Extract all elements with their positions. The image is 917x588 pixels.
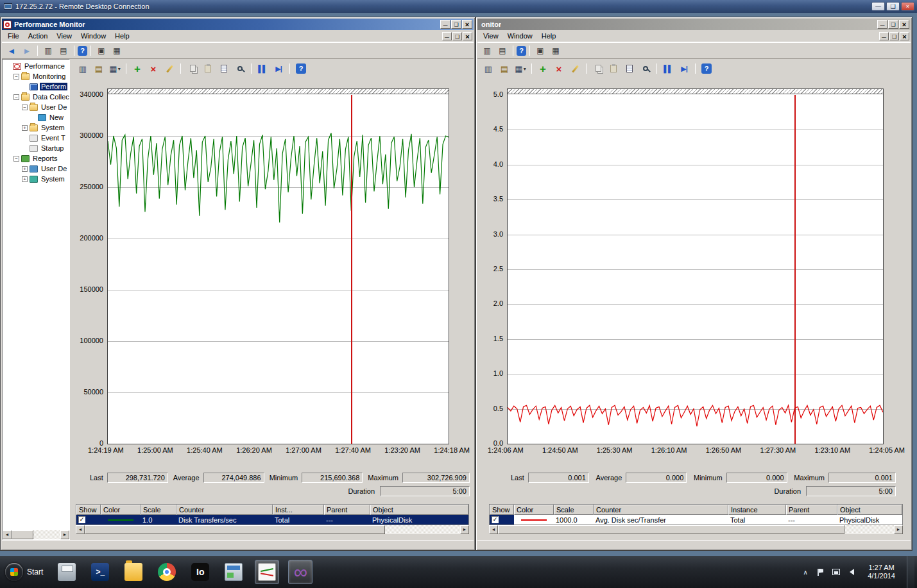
start-button[interactable]: Start [0, 556, 51, 588]
scrollbar-thumb[interactable] [85, 525, 385, 534]
view-log-data-icon[interactable]: ▤ [497, 62, 511, 76]
columns-icon[interactable]: ▦ [110, 44, 124, 57]
left-mdi-close-button[interactable] [463, 32, 472, 40]
column-header-color[interactable]: Color [101, 505, 141, 515]
left-maximize-button[interactable] [451, 20, 461, 29]
view-current-activity-icon[interactable]: ▥ [481, 62, 495, 76]
right-counter-row[interactable]: ✓ 1000.0 Avg. Disk sec/Transfer Total --… [490, 515, 902, 525]
tree-item-startup[interactable]: Startup [4, 143, 69, 153]
view-log-data-icon[interactable]: ▤ [92, 62, 106, 76]
left-window-titlebar[interactable]: Performance Monitor [2, 19, 474, 30]
add-counter-icon[interactable]: + [536, 62, 550, 76]
tree-item-system[interactable]: +System [4, 174, 69, 184]
column-header-parent[interactable]: Parent [786, 505, 837, 515]
column-header-scale[interactable]: Scale [554, 505, 594, 515]
update-data-icon[interactable]: ▶| [677, 62, 691, 76]
show-desktop-button[interactable] [907, 556, 914, 588]
view-current-activity-icon[interactable]: ▥ [76, 62, 90, 76]
scrollbar-track[interactable] [498, 525, 894, 534]
taskbar-button-chrome[interactable] [155, 560, 179, 584]
tree-item-system[interactable]: +System [4, 122, 69, 133]
scroll-right-arrow[interactable]: ► [60, 530, 69, 539]
expand-expander-icon[interactable]: + [22, 125, 28, 131]
show-hide-console-tree-icon[interactable]: ▥ [41, 44, 55, 57]
taskbar-button-powershell[interactable]: >_ [88, 560, 112, 584]
scrollbar-track[interactable] [85, 525, 460, 534]
tree-item-data-collec[interactable]: −Data Collec [4, 92, 69, 102]
collapse-expander-icon[interactable]: − [22, 105, 28, 110]
right-minimize-button[interactable] [877, 20, 887, 29]
left-close-button[interactable] [462, 20, 472, 29]
copy-properties-icon[interactable] [590, 62, 604, 76]
update-data-icon[interactable]: ▶| [271, 62, 286, 76]
column-header-counter[interactable]: Counter [594, 505, 728, 515]
right-close-button[interactable] [899, 20, 909, 29]
tree-item-reports[interactable]: −Reports [4, 153, 69, 164]
expand-expander-icon[interactable]: + [22, 176, 28, 182]
scroll-left-arrow[interactable]: ◄ [3, 530, 12, 539]
paste-counter-list-icon[interactable] [201, 62, 215, 76]
show-checkbox[interactable]: ✓ [492, 516, 499, 523]
properties-icon[interactable] [622, 62, 637, 76]
left-minimize-button[interactable] [440, 20, 450, 29]
tree-item-perform[interactable]: Perform [4, 81, 69, 92]
scroll-right-arrow[interactable]: ► [460, 525, 469, 534]
copy-properties-icon[interactable] [185, 62, 199, 76]
right-table-scrollbar[interactable]: ◄ ► [489, 525, 903, 534]
zoom-icon[interactable] [233, 62, 247, 76]
show-checkbox[interactable]: ✓ [78, 516, 85, 523]
scroll-right-arrow[interactable]: ► [894, 525, 903, 534]
right-maximize-button[interactable] [888, 20, 898, 29]
add-counter-icon[interactable]: + [130, 62, 144, 76]
column-header-parent[interactable]: Parent [324, 505, 370, 515]
menu-help[interactable]: Help [110, 31, 134, 41]
export-list-icon[interactable]: ▤ [56, 44, 71, 57]
rdp-close-button[interactable]: × [901, 2, 914, 11]
collapse-expander-icon[interactable]: − [13, 94, 19, 100]
menu-help[interactable]: Help [537, 31, 561, 41]
tray-expand-chevron-icon[interactable]: ∧ [801, 567, 810, 576]
right-mdi-close-button[interactable] [900, 32, 909, 40]
forward-icon[interactable]: ► [20, 44, 34, 57]
change-graph-type-icon[interactable]: ▦▾ [108, 62, 122, 76]
show-window-icon[interactable]: ▣ [94, 44, 108, 57]
freeze-display-icon[interactable]: ▌▌ [255, 62, 270, 76]
right-plot-area[interactable] [508, 95, 883, 444]
show-window-icon[interactable]: ▣ [533, 44, 547, 57]
taskbar-clock[interactable]: 1:27 AM 4/1/2014 [862, 564, 900, 580]
help-icon[interactable]: ? [699, 62, 714, 76]
taskbar-button-printer[interactable] [55, 560, 79, 584]
taskbar-button-app-window[interactable] [221, 560, 246, 584]
left-mdi-restore-button[interactable] [452, 32, 462, 40]
tree-item-event-t[interactable]: Event T [4, 133, 69, 143]
right-mdi-restore-button[interactable] [889, 32, 899, 40]
highlight-icon[interactable] [162, 62, 176, 76]
column-header-color[interactable]: Color [514, 505, 554, 515]
action-center-flag-icon[interactable] [816, 567, 825, 576]
tree-item-performance[interactable]: Performance [4, 61, 69, 71]
scroll-left-arrow[interactable]: ◄ [76, 525, 85, 534]
columns-icon[interactable]: ▦ [549, 44, 563, 57]
freeze-display-icon[interactable]: ▌▌ [661, 62, 675, 76]
menu-action[interactable]: Action [24, 31, 53, 41]
expand-expander-icon[interactable]: + [22, 166, 28, 172]
rdp-restore-button[interactable]: ❑ [886, 2, 900, 11]
help-icon[interactable]: ? [517, 46, 526, 56]
export-list-icon[interactable]: ▤ [495, 44, 510, 57]
menu-window[interactable]: Window [503, 31, 537, 41]
right-window-titlebar[interactable]: onitor [477, 19, 911, 30]
collapse-expander-icon[interactable]: − [13, 156, 19, 162]
menu-view[interactable]: View [479, 31, 503, 41]
tree-item-user-de[interactable]: +User De [4, 164, 69, 174]
volume-icon[interactable] [847, 567, 856, 576]
tree-item-new[interactable]: New [4, 112, 69, 122]
left-table-scrollbar[interactable]: ◄ ► [76, 525, 469, 534]
tree-item-monitoring[interactable]: −Monitoring [4, 71, 69, 81]
help-icon[interactable]: ? [78, 46, 87, 56]
properties-icon[interactable] [217, 62, 231, 76]
show-hide-console-tree-icon[interactable]: ▥ [480, 44, 494, 57]
left-plot-area[interactable] [108, 95, 449, 444]
menu-file[interactable]: File [3, 31, 24, 41]
taskbar-button-io-app[interactable]: Io [188, 560, 212, 584]
menu-view[interactable]: View [52, 31, 76, 41]
